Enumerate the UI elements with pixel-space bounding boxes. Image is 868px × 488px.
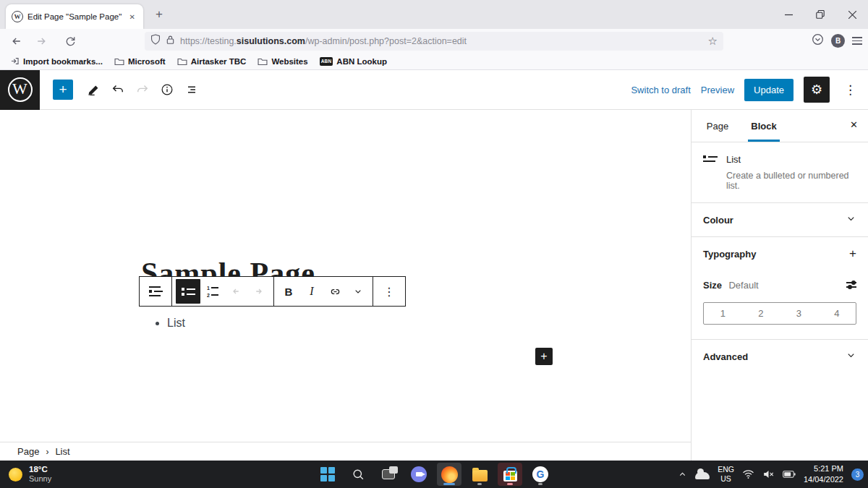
browser-tab[interactable]: W Edit Page "Sample Page" ‹ My W ✕ bbox=[6, 4, 143, 29]
list-block[interactable]: List bbox=[154, 317, 185, 330]
typography-panel-header[interactable]: Typography + bbox=[692, 237, 868, 270]
tab-block[interactable]: Block bbox=[744, 110, 784, 142]
tab-title: Edit Page "Sample Page" ‹ My W bbox=[27, 12, 123, 21]
hidden-icons-chevron-icon[interactable] bbox=[678, 470, 687, 479]
details-info-icon[interactable] bbox=[156, 78, 179, 101]
append-block-button[interactable]: + bbox=[535, 348, 553, 365]
chevron-down-icon bbox=[846, 213, 856, 226]
new-tab-button[interactable]: + bbox=[156, 7, 163, 22]
colour-panel-toggle[interactable]: Colour bbox=[692, 203, 868, 236]
tab-page[interactable]: Page bbox=[697, 110, 738, 142]
switch-to-draft-link[interactable]: Switch to draft bbox=[631, 85, 690, 95]
block-card: List Create a bulleted or numbered list. bbox=[692, 142, 868, 203]
font-size-option-4[interactable]: 4 bbox=[818, 303, 856, 324]
typography-add-icon[interactable]: + bbox=[849, 247, 856, 261]
profile-avatar[interactable]: B bbox=[831, 34, 845, 48]
window-minimize-button[interactable] bbox=[773, 0, 804, 29]
font-size-option-3[interactable]: 3 bbox=[780, 303, 818, 324]
forward-icon[interactable] bbox=[30, 32, 52, 51]
shield-icon[interactable] bbox=[150, 34, 161, 48]
undo-icon[interactable] bbox=[106, 78, 129, 101]
settings-sidebar: Page Block ✕ List Create a bulleted or n… bbox=[691, 110, 868, 461]
font-size-option-1[interactable]: 1 bbox=[704, 303, 742, 324]
time: 5:21 PM bbox=[804, 463, 843, 474]
block-toolbar: 1 2 B I bbox=[139, 276, 406, 307]
menu-icon[interactable] bbox=[852, 37, 862, 45]
indent-icon[interactable] bbox=[248, 279, 270, 304]
ordered-list-icon[interactable]: 1 2 bbox=[202, 279, 224, 304]
list-item[interactable]: List bbox=[167, 317, 185, 330]
bookmark-abn-lookup[interactable]: ABN ABN Lookup bbox=[315, 56, 391, 67]
windows-icon bbox=[320, 467, 335, 481]
language-indicator[interactable]: ENG US bbox=[718, 465, 734, 483]
nav-buttons bbox=[6, 32, 81, 51]
g-app-button[interactable]: G bbox=[528, 463, 553, 486]
list-block-icon[interactable] bbox=[143, 279, 168, 304]
link-icon[interactable] bbox=[324, 279, 346, 304]
font-size-row: Size Default bbox=[692, 270, 868, 299]
bookmark-folder-microsoft[interactable]: Microsoft bbox=[110, 56, 170, 67]
editor-header: W + Switch to draft Preview Update ⚙ ⋮ bbox=[0, 70, 868, 110]
advanced-panel-toggle[interactable]: Advanced bbox=[692, 340, 868, 373]
clock[interactable]: 5:21 PM 14/04/2022 bbox=[804, 463, 843, 485]
sidebar-close-icon[interactable]: ✕ bbox=[850, 119, 858, 130]
more-formats-chevron-icon[interactable] bbox=[347, 279, 369, 304]
breadcrumb-current[interactable]: List bbox=[55, 446, 69, 457]
size-value: Default bbox=[728, 280, 758, 291]
block-inserter-button[interactable]: + bbox=[53, 80, 73, 100]
list-block-icon bbox=[703, 155, 718, 191]
window-controls bbox=[773, 0, 868, 29]
list-style-segment: 1 2 bbox=[172, 277, 274, 306]
settings-gear-icon[interactable]: ⚙ bbox=[804, 77, 830, 103]
notification-badge[interactable]: 3 bbox=[851, 468, 864, 481]
block-options-kebab-icon[interactable]: ⋮ bbox=[377, 279, 401, 304]
bold-icon[interactable]: B bbox=[278, 279, 299, 304]
wordpress-logo[interactable]: W bbox=[0, 70, 40, 110]
bookmark-folder-airtasker[interactable]: Airtasker TBC bbox=[173, 56, 251, 67]
back-icon[interactable] bbox=[6, 32, 27, 51]
editor-canvas[interactable]: Sample Page bbox=[0, 110, 691, 461]
onedrive-icon[interactable] bbox=[695, 472, 710, 479]
update-button[interactable]: Update bbox=[744, 79, 793, 101]
preview-link[interactable]: Preview bbox=[701, 85, 734, 95]
size-settings-icon[interactable] bbox=[846, 282, 856, 288]
search-button[interactable] bbox=[346, 463, 370, 486]
options-kebab-icon[interactable]: ⋮ bbox=[840, 82, 861, 98]
window-restore-button[interactable] bbox=[804, 0, 836, 29]
wordpress-icon: W bbox=[8, 77, 33, 102]
task-view-button[interactable] bbox=[376, 463, 401, 486]
window-close-button[interactable] bbox=[836, 0, 868, 29]
outdent-icon[interactable] bbox=[225, 279, 247, 304]
lock-icon[interactable] bbox=[166, 35, 175, 48]
font-size-option-2[interactable]: 2 bbox=[742, 303, 780, 324]
tools-pencil-icon[interactable] bbox=[82, 78, 105, 101]
system-tray: ENG US 5:21 PM 14/04/2022 3 bbox=[678, 461, 864, 488]
microsoft-store-button[interactable] bbox=[498, 463, 522, 486]
wifi-icon[interactable] bbox=[742, 469, 754, 479]
chat-button[interactable] bbox=[407, 463, 431, 486]
redo-icon[interactable] bbox=[131, 78, 154, 101]
start-button[interactable] bbox=[315, 463, 340, 486]
tab-close-icon[interactable]: ✕ bbox=[127, 12, 137, 22]
bookmark-star-icon[interactable]: ☆ bbox=[708, 35, 718, 48]
volume-muted-icon[interactable] bbox=[762, 469, 775, 479]
bookmark-folder-websites[interactable]: Websites bbox=[253, 56, 312, 67]
size-label: Size bbox=[703, 280, 722, 291]
url-text[interactable]: https://testing.sisulutions.com/wp-admin… bbox=[180, 36, 703, 46]
block-type-segment bbox=[140, 277, 172, 306]
firefox-button[interactable] bbox=[437, 463, 461, 486]
italic-icon[interactable]: I bbox=[301, 279, 323, 304]
list-view-icon[interactable] bbox=[180, 78, 203, 101]
url-bar[interactable]: https://testing.sisulutions.com/wp-admin… bbox=[145, 32, 723, 51]
bookmark-import[interactable]: Import bookmarks... bbox=[6, 55, 107, 67]
block-card-title: List bbox=[726, 154, 856, 165]
battery-icon[interactable] bbox=[783, 470, 796, 479]
reload-icon[interactable] bbox=[59, 32, 81, 51]
file-explorer-button[interactable] bbox=[467, 463, 492, 486]
browser-navbar: https://testing.sisulutions.com/wp-admin… bbox=[0, 29, 868, 53]
pocket-icon[interactable] bbox=[812, 33, 824, 48]
search-icon bbox=[352, 468, 365, 481]
advanced-section: Advanced bbox=[692, 340, 868, 373]
unordered-list-icon[interactable] bbox=[176, 279, 200, 304]
breadcrumb-page[interactable]: Page bbox=[17, 446, 39, 457]
